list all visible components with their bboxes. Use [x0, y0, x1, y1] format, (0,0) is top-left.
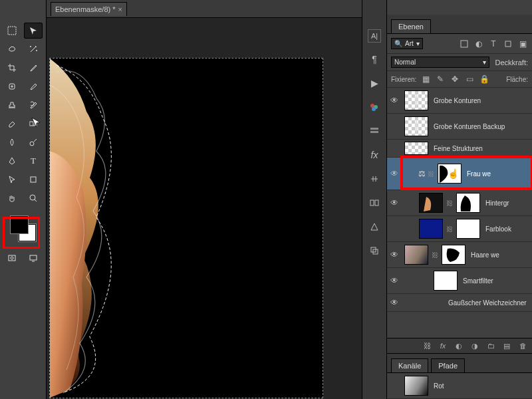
lock-artboard-icon[interactable]: ▭: [464, 74, 475, 84]
stamp-tool[interactable]: [3, 97, 21, 113]
mask-link-icon[interactable]: ⛓: [427, 170, 435, 178]
clone-panel-icon[interactable]: [367, 243, 382, 258]
hand-tool[interactable]: [3, 190, 21, 206]
blur-tool[interactable]: [3, 134, 21, 150]
link-layers-icon[interactable]: ⛓: [422, 340, 432, 351]
layer-mask-thumb[interactable]: [456, 219, 480, 239]
layer-thumb[interactable]: [404, 90, 428, 110]
type-tool[interactable]: T: [24, 153, 43, 169]
channel-thumb[interactable]: [404, 376, 428, 396]
visibility-toggle[interactable]: 👁: [387, 298, 402, 307]
eraser-tool[interactable]: [3, 116, 21, 132]
layer-row[interactable]: 👁 ⛓ Hintergr: [387, 190, 532, 216]
lasso-tool[interactable]: [3, 41, 21, 57]
dodge-tool[interactable]: [24, 134, 43, 150]
layer-row[interactable]: 👁 Grobe Konturen: [387, 88, 532, 114]
layer-name[interactable]: Grobe Konturen: [431, 97, 532, 104]
color-swatches[interactable]: [9, 214, 38, 243]
move-tool[interactable]: [24, 23, 43, 39]
visibility-toggle[interactable]: 👁: [387, 169, 402, 178]
visibility-toggle[interactable]: 👁: [387, 250, 402, 259]
layer-thumb[interactable]: [419, 193, 443, 213]
new-layer-icon[interactable]: ▤: [501, 340, 512, 351]
swatches-panel-icon[interactable]: [367, 100, 382, 114]
layer-row[interactable]: Grobe Konturen Backup: [387, 114, 532, 140]
adjustment-layer-icon[interactable]: ◑: [469, 340, 480, 351]
layer-thumb[interactable]: [404, 245, 428, 265]
smartfilter-name[interactable]: Gaußscher Weichzeichner: [446, 299, 532, 307]
layer-thumb[interactable]: [404, 142, 428, 155]
adjustments-panel-icon[interactable]: [367, 172, 382, 186]
tab-channels[interactable]: Kanäle: [391, 358, 428, 372]
layer-name[interactable]: Frau we: [464, 170, 532, 178]
lock-brush-icon[interactable]: ✎: [435, 74, 446, 84]
play-panel-icon[interactable]: ▶: [367, 76, 382, 90]
lock-pixels-icon[interactable]: ▦: [420, 74, 431, 84]
blend-mode-select[interactable]: Normal▾: [391, 57, 489, 68]
quickmask-toggle[interactable]: [3, 250, 21, 266]
styles-panel-icon[interactable]: [367, 124, 382, 138]
character-panel-icon[interactable]: A|: [368, 29, 381, 43]
paragraph-panel-icon[interactable]: ¶: [367, 52, 382, 66]
layer-filter-kind[interactable]: 🔍 Art ▾: [391, 38, 423, 49]
filter-type-icon[interactable]: T: [488, 39, 499, 49]
visibility-toggle[interactable]: 👁: [387, 198, 402, 207]
pen-tool[interactable]: [3, 153, 21, 169]
foreground-color-swatch[interactable]: [10, 215, 29, 234]
layer-name[interactable]: Feine Strukturen: [431, 145, 532, 152]
filter-adjust-icon[interactable]: ◐: [473, 39, 484, 49]
layer-row[interactable]: Feine Strukturen: [387, 140, 532, 158]
smartfilter-row[interactable]: 👁 Gaußscher Weichzeichner: [387, 294, 532, 312]
layer-thumb[interactable]: [419, 219, 443, 239]
healing-brush-tool[interactable]: [3, 78, 21, 94]
close-icon[interactable]: ×: [118, 5, 122, 13]
magic-wand-tool[interactable]: [24, 41, 43, 57]
tab-paths[interactable]: Pfade: [431, 358, 465, 372]
layer-row[interactable]: 👁 ⛓ Haare we: [387, 242, 532, 268]
layer-row[interactable]: 👁 Smartfilter: [387, 268, 532, 294]
fx-icon[interactable]: fx: [438, 340, 448, 351]
canvas[interactable]: [49, 58, 323, 398]
visibility-toggle[interactable]: 👁: [387, 96, 402, 105]
rect-marquee-tool[interactable]: [3, 23, 21, 39]
layer-name[interactable]: Farblook: [483, 225, 532, 233]
mask-link-icon[interactable]: ⛓: [446, 200, 454, 207]
layer-name[interactable]: Hintergr: [483, 200, 532, 207]
history-brush-tool[interactable]: [24, 97, 43, 113]
filter-smart-icon[interactable]: ▣: [517, 39, 528, 49]
tab-layers[interactable]: Ebenen: [391, 19, 431, 33]
screenmode-toggle[interactable]: [24, 250, 43, 266]
layer-row[interactable]: ⛓ Farblook: [387, 216, 532, 242]
channel-row[interactable]: Rot: [387, 373, 532, 399]
document-tab[interactable]: Ebenenmaske/8) * ×: [51, 2, 127, 16]
shape-tool[interactable]: [24, 172, 43, 188]
filter-shape-icon[interactable]: [503, 39, 513, 49]
visibility-toggle[interactable]: 👁: [387, 276, 402, 285]
lock-move-icon[interactable]: ✥: [450, 74, 460, 84]
zoom-tool[interactable]: [24, 190, 43, 206]
eyedropper-tool[interactable]: [24, 60, 43, 76]
layer-mask-thumb[interactable]: ☝: [438, 164, 462, 184]
layer-mask-thumb[interactable]: [442, 245, 466, 265]
fx-panel-icon[interactable]: fx: [367, 148, 382, 162]
layer-mask-thumb[interactable]: [456, 193, 480, 213]
filter-pixel-icon[interactable]: [459, 39, 469, 49]
layer-thumb[interactable]: [404, 116, 428, 136]
mask-icon[interactable]: ◐: [454, 340, 464, 351]
layer-row-selected[interactable]: 👁 ⚖ ⛓ ☝ Frau we: [387, 158, 532, 190]
layer-name[interactable]: Haare we: [468, 251, 532, 259]
trash-icon[interactable]: 🗑: [517, 340, 528, 351]
lock-all-icon[interactable]: 🔒: [479, 74, 489, 84]
filter-mask-thumb[interactable]: [434, 271, 458, 291]
gradient-tool[interactable]: [24, 116, 43, 132]
crop-tool[interactable]: [3, 60, 21, 76]
mask-link-icon[interactable]: ⛓: [446, 225, 454, 233]
layer-name[interactable]: Grobe Konturen Backup: [431, 123, 532, 130]
libraries-panel-icon[interactable]: [367, 196, 382, 210]
info-panel-icon[interactable]: [367, 219, 382, 234]
channel-name[interactable]: Rot: [431, 382, 532, 390]
brush-tool[interactable]: [24, 78, 43, 94]
path-select-tool[interactable]: [3, 172, 21, 188]
mask-link-icon[interactable]: ⛓: [431, 251, 439, 259]
layer-name[interactable]: Smartfilter: [460, 277, 532, 285]
